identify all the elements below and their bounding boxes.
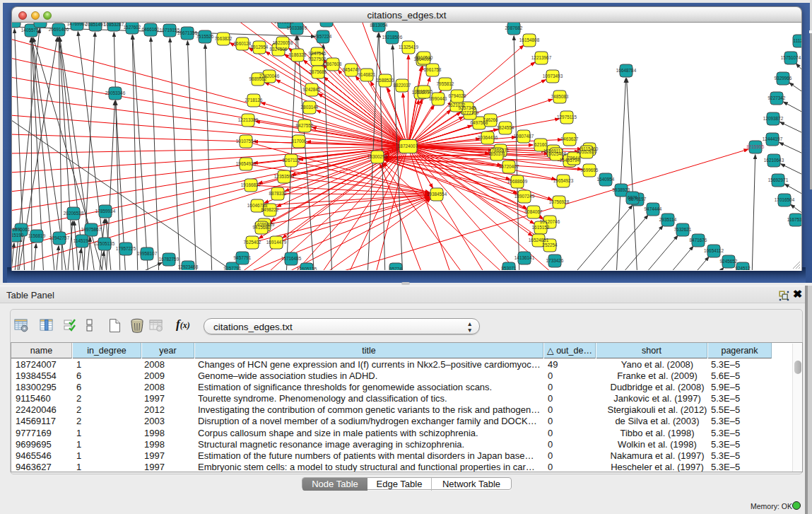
svg-text:8215955: 8215955 (747, 144, 765, 149)
svg-text:8822037: 8822037 (394, 83, 411, 88)
svg-text:9457791: 9457791 (234, 255, 252, 260)
svg-text:19975867: 19975867 (81, 227, 102, 232)
svg-text:3824554: 3824554 (497, 125, 514, 130)
svg-text:6876: 6876 (628, 195, 638, 200)
svg-text:29053346: 29053346 (105, 90, 126, 95)
svg-text:9463627: 9463627 (561, 136, 579, 141)
svg-text:6794028: 6794028 (449, 93, 466, 98)
svg-text:17957225: 17957225 (116, 246, 136, 251)
svg-text:1615152: 1615152 (532, 225, 550, 230)
svg-text:19654925: 19654925 (236, 161, 257, 166)
svg-text:20364436: 20364436 (478, 135, 498, 140)
svg-text:7857224: 7857224 (314, 34, 332, 39)
svg-text:1588520: 1588520 (377, 78, 394, 83)
svg-text:20206538: 20206538 (64, 211, 84, 216)
svg-text:924512: 924512 (735, 266, 751, 270)
svg-text:79644: 79644 (567, 156, 580, 160)
svg-text:10973493: 10973493 (543, 74, 563, 78)
svg-text:5938923: 5938923 (613, 187, 630, 192)
svg-text:317006: 317006 (291, 139, 307, 144)
svg-text:19384554: 19384554 (427, 192, 447, 197)
svg-text:16093809: 16093809 (274, 23, 295, 24)
svg-text:10756928: 10756928 (549, 199, 570, 204)
svg-text:8186328: 8186328 (289, 52, 307, 57)
svg-text:12353594: 12353594 (274, 174, 295, 179)
svg-text:12975115: 12975115 (557, 115, 577, 119)
svg-text:16154808: 16154808 (519, 37, 540, 42)
svg-text:14055713: 14055713 (21, 28, 42, 33)
svg-text:16524851: 16524851 (529, 238, 549, 243)
svg-text:1156819: 1156819 (28, 233, 46, 238)
svg-text:8498222: 8498222 (261, 207, 279, 212)
svg-text:9777169: 9777169 (461, 110, 479, 115)
svg-text:9357791: 9357791 (224, 266, 242, 270)
svg-text:1145194: 1145194 (73, 238, 91, 243)
svg-text:9327506: 9327506 (270, 47, 288, 52)
svg-text:8990443: 8990443 (430, 96, 447, 101)
svg-text:12923468: 12923468 (178, 264, 199, 269)
svg-text:1640954: 1640954 (597, 177, 615, 182)
svg-text:18907249: 18907249 (514, 194, 535, 199)
svg-text:14769902: 14769902 (67, 23, 88, 26)
svg-text:7955812: 7955812 (437, 81, 454, 86)
svg-text:853071: 853071 (501, 266, 517, 270)
svg-text:3915190: 3915190 (11, 233, 24, 238)
svg-text:19218506: 19218506 (382, 35, 403, 40)
svg-text:8660124: 8660124 (234, 41, 252, 46)
svg-text:95724: 95724 (389, 267, 402, 270)
svg-text:1835061: 1835061 (13, 227, 30, 232)
svg-text:9889562: 9889562 (249, 76, 267, 81)
svg-text:7625402: 7625402 (244, 240, 261, 245)
svg-text:16914479: 16914479 (266, 240, 287, 245)
svg-text:2087682: 2087682 (505, 25, 523, 30)
svg-text:7915715: 7915715 (416, 89, 433, 94)
svg-text:7850371: 7850371 (488, 151, 506, 156)
svg-text:9347546: 9347546 (309, 51, 326, 56)
svg-text:10853287: 10853287 (104, 23, 124, 27)
svg-text:9227342: 9227342 (768, 95, 786, 100)
svg-text:17016504: 17016504 (775, 197, 795, 202)
svg-text:1733426: 1733426 (546, 258, 564, 263)
svg-text:20851491: 20851491 (86, 23, 106, 27)
svg-text:9084067: 9084067 (525, 209, 543, 214)
svg-text:20552810: 20552810 (577, 149, 597, 154)
svg-text:7905714: 7905714 (11, 23, 23, 23)
svg-text:10654112: 10654112 (704, 248, 724, 253)
svg-text:12444197: 12444197 (763, 136, 783, 141)
svg-text:15692971: 15692971 (768, 177, 789, 182)
svg-text:10025466: 10025466 (546, 151, 567, 156)
svg-text:1167533: 1167533 (787, 217, 802, 222)
svg-text:6961758: 6961758 (424, 67, 442, 72)
svg-text:2803144: 2803144 (301, 105, 319, 110)
svg-text:10671355: 10671355 (177, 30, 198, 35)
svg-text:8912954: 8912954 (251, 45, 269, 49)
svg-text:10807487: 10807487 (514, 134, 534, 139)
svg-text:3875685: 3875685 (310, 69, 327, 74)
svg-text:12093872: 12093872 (763, 116, 784, 121)
svg-text:15720407: 15720407 (499, 164, 519, 169)
svg-text:19166827: 19166827 (241, 182, 261, 187)
svg-text:1621072: 1621072 (448, 103, 466, 107)
svg-text:15716485: 15716485 (281, 256, 302, 261)
svg-text:9165206: 9165206 (32, 23, 49, 23)
svg-text:12213389: 12213389 (238, 117, 259, 122)
svg-text:746266: 746266 (483, 117, 498, 122)
svg-text:9699695: 9699695 (581, 168, 599, 173)
svg-text:12505135: 12505135 (95, 241, 115, 246)
svg-text:19654923: 19654923 (553, 178, 574, 183)
svg-text:20691406: 20691406 (49, 27, 69, 32)
svg-text:6466160: 6466160 (142, 27, 160, 32)
svg-text:9146821: 9146821 (358, 72, 376, 77)
svg-text:16210643: 16210643 (764, 158, 784, 163)
svg-text:9245652: 9245652 (720, 259, 738, 264)
svg-text:62160: 62160 (534, 142, 547, 147)
svg-text:12605135: 12605135 (297, 267, 317, 270)
svg-text:8471676: 8471676 (690, 238, 707, 243)
svg-text:1527602: 1527602 (124, 25, 141, 30)
svg-text:2718126: 2718126 (245, 98, 263, 103)
svg-text:16782759: 16782759 (159, 257, 180, 262)
svg-text:9415680: 9415680 (253, 225, 271, 230)
svg-text:8427552: 8427552 (296, 123, 314, 128)
svg-text:10688609: 10688609 (507, 179, 528, 184)
svg-text:16033809: 16033809 (287, 25, 307, 30)
